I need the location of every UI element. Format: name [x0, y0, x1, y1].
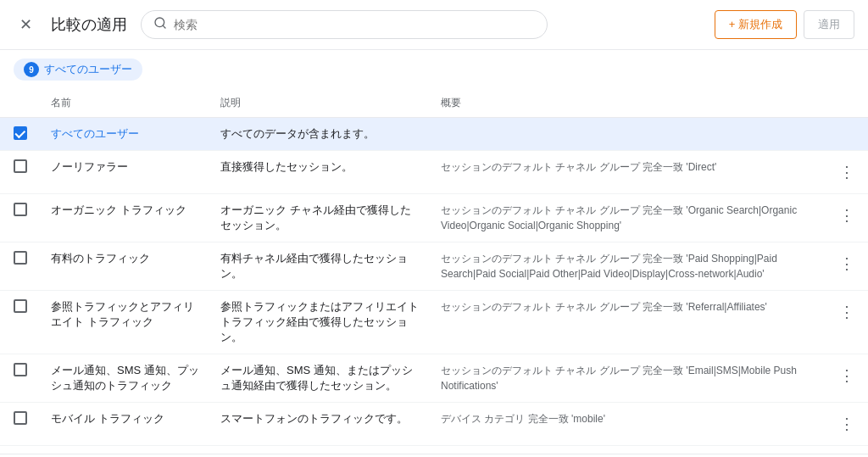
row-summary: セッションのデフォルト チャネル グループ 完全一致 'Paid Shoppin…	[431, 242, 826, 291]
col-action-header	[826, 89, 868, 118]
row-name: モバイル トラフィック	[41, 403, 210, 446]
filter-bar: 9 すべてのユーザー	[0, 50, 868, 89]
row-description: パソコンのトラフィック。	[210, 446, 431, 454]
table-wrapper: 名前 説明 概要 すべてのユーザーすべてのデータが含まれます。ノーリファラー直接…	[0, 89, 868, 454]
page-title: 比較の適用	[51, 14, 127, 35]
row-description: スマートフォンのトラフィックです。	[210, 403, 431, 446]
row-more-cell: ⋮	[826, 446, 868, 454]
row-more-button[interactable]: ⋮	[836, 299, 858, 325]
row-description: オーガニック チャネル経由で獲得したセッション。	[210, 194, 431, 242]
col-checkbox	[0, 89, 41, 118]
col-name-header: 名前	[41, 89, 210, 118]
row-more-cell: ⋮	[826, 291, 868, 354]
row-summary: デバイス カテゴリ 完全一致 'mobile'	[431, 403, 826, 446]
row-more-cell	[826, 118, 868, 151]
search-box[interactable]	[141, 10, 548, 39]
row-description: 参照トラフィックまたはアフィリエイト トラフィック経由で獲得したセッション。	[210, 291, 431, 354]
table-header: 名前 説明 概要	[0, 89, 868, 118]
search-input[interactable]	[174, 18, 535, 31]
col-desc-header: 説明	[210, 89, 431, 118]
table-row[interactable]: ノーリファラー直接獲得したセッション。セッションのデフォルト チャネル グループ…	[0, 151, 868, 194]
row-checkbox[interactable]	[14, 411, 27, 425]
row-name: 参照トラフィックとアフィリエイト トラフィック	[41, 291, 210, 354]
table-row[interactable]: 参照トラフィックとアフィリエイト トラフィック参照トラフィックまたはアフィリエイ…	[0, 291, 868, 354]
row-checkbox[interactable]	[14, 363, 27, 376]
row-summary: セッションのデフォルト チャネル グループ 完全一致 'Direct'	[431, 151, 826, 194]
header: ✕ 比較の適用 + 新規作成 適用	[0, 0, 868, 50]
table-row[interactable]: すべてのユーザーすべてのデータが含まれます。	[0, 118, 868, 151]
row-name: オーガニック トラフィック	[41, 194, 210, 242]
row-name: メール通知、SMS 通知、プッシュ通知のトラフィック	[41, 354, 210, 403]
row-more-button[interactable]: ⋮	[836, 251, 858, 276]
table-row[interactable]: ウェブのトラフィックパソコンのトラフィック。デバイス カテゴリ 完全一致 'de…	[0, 446, 868, 454]
row-name: ウェブのトラフィック	[41, 446, 210, 454]
row-name: 有料のトラフィック	[41, 242, 210, 291]
row-more-cell: ⋮	[826, 194, 868, 242]
row-summary: セッションのデフォルト チャネル グループ 完全一致 'Organic Sear…	[431, 194, 826, 242]
col-summary-header: 概要	[431, 89, 826, 118]
comparisons-table: 名前 説明 概要 すべてのユーザーすべてのデータが含まれます。ノーリファラー直接…	[0, 89, 868, 454]
row-more-cell: ⋮	[826, 151, 868, 194]
row-summary: セッションのデフォルト チャネル グループ 完全一致 'Referral|Aff…	[431, 291, 826, 354]
row-more-button[interactable]: ⋮	[836, 363, 858, 388]
row-more-cell: ⋮	[826, 403, 868, 446]
row-name: ノーリファラー	[41, 151, 210, 194]
header-actions: + 新規作成 適用	[715, 10, 854, 39]
table-row[interactable]: 有料のトラフィック有料チャネル経由で獲得したセッション。セッションのデフォルト …	[0, 242, 868, 291]
main-content: 名前 説明 概要 すべてのユーザーすべてのデータが含まれます。ノーリファラー直接…	[0, 89, 868, 457]
row-description: すべてのデータが含まれます。	[210, 118, 431, 151]
all-users-chip[interactable]: 9 すべてのユーザー	[14, 59, 142, 81]
row-more-button[interactable]: ⋮	[836, 203, 858, 228]
table-row[interactable]: モバイル トラフィックスマートフォンのトラフィックです。デバイス カテゴリ 完全…	[0, 403, 868, 446]
row-checkbox[interactable]	[14, 203, 27, 216]
close-button[interactable]: ✕	[14, 13, 37, 36]
row-checkbox[interactable]	[14, 251, 27, 265]
chip-icon: 9	[24, 62, 39, 77]
row-more-button[interactable]: ⋮	[836, 159, 858, 185]
row-checkbox[interactable]	[14, 126, 27, 140]
row-summary	[431, 118, 826, 151]
row-description: 直接獲得したセッション。	[210, 151, 431, 194]
search-icon	[153, 16, 167, 33]
table-row[interactable]: オーガニック トラフィックオーガニック チャネル経由で獲得したセッション。セッシ…	[0, 194, 868, 242]
footer: Items per page: 25 1 – 9 of 9	[0, 454, 868, 457]
apply-button: 適用	[804, 10, 854, 39]
new-button[interactable]: + 新規作成	[715, 10, 797, 39]
row-summary: デバイス カテゴリ 完全一致 'desktop'	[431, 446, 826, 454]
table-row[interactable]: メール通知、SMS 通知、プッシュ通知のトラフィックメール通知、SMS 通知、ま…	[0, 354, 868, 403]
svg-line-1	[163, 25, 165, 28]
row-summary: セッションのデフォルト チャネル グループ 完全一致 'Email|SMS|Mo…	[431, 354, 826, 403]
row-description: 有料チャネル経由で獲得したセッション。	[210, 242, 431, 291]
row-more-cell: ⋮	[826, 242, 868, 291]
row-more-button[interactable]: ⋮	[836, 411, 858, 437]
row-more-cell: ⋮	[826, 354, 868, 403]
row-checkbox[interactable]	[14, 159, 27, 173]
row-description: メール通知、SMS 通知、またはプッシュ通知経由で獲得したセッション。	[210, 354, 431, 403]
chip-label: すべてのユーザー	[44, 62, 132, 77]
table-body: すべてのユーザーすべてのデータが含まれます。ノーリファラー直接獲得したセッション…	[0, 118, 868, 454]
row-checkbox[interactable]	[14, 299, 27, 313]
row-name: すべてのユーザー	[41, 118, 210, 151]
